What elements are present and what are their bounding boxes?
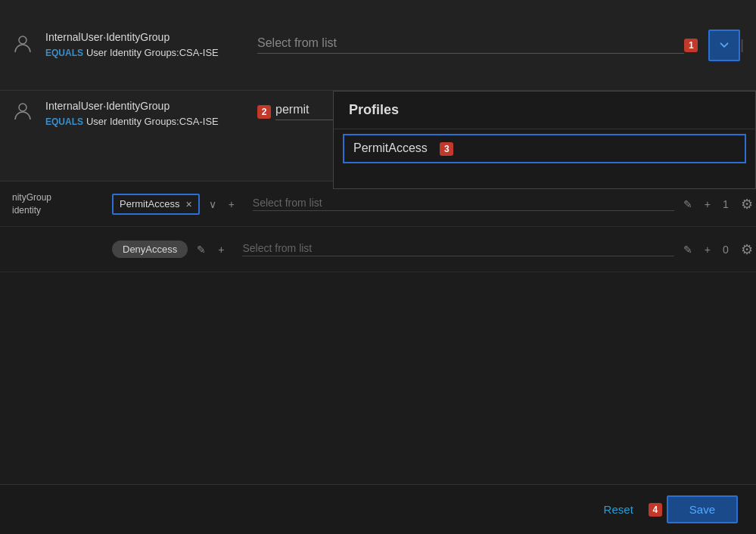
rows-section: nityGroup identity PermitAccess × ∨ + Se… [0, 182, 756, 484]
left-text-1a: nityGroup [12, 191, 106, 204]
select-list-right-2: Select from list ✎ + 0 ⚙ [242, 238, 756, 261]
dropdown-button-1[interactable] [708, 29, 740, 61]
main-container: InternalUser·IdentityGroup EQUALS User I… [0, 0, 756, 534]
plus-btn-1[interactable]: + [226, 195, 238, 213]
select-list-text-1[interactable]: Select from list [253, 197, 674, 211]
row-1: InternalUser·IdentityGroup EQUALS User I… [0, 0, 756, 91]
step-badge-3: 3 [440, 142, 453, 156]
pencil-btn-1[interactable]: ✎ [680, 195, 695, 213]
user-icon-2 [12, 100, 33, 126]
plus-btn-right-1[interactable]: + [702, 195, 714, 213]
select-list-right-1: Select from list ✎ + 1 ⚙ [253, 193, 756, 216]
data-row-left-2 [6, 244, 112, 256]
dropdown-header: Profiles [334, 92, 755, 129]
row-2: InternalUser·IdentityGroup EQUALS User I… [0, 91, 756, 182]
equals-label-1: EQUALS [45, 48, 83, 58]
identity-group-name-2: InternalUser·IdentityGroup [45, 100, 242, 112]
plus-btn-2[interactable]: + [215, 241, 227, 259]
minus-separator-1: | [740, 37, 744, 53]
deny-tag-label: DenyAccess [123, 244, 177, 255]
identity-info-2: InternalUser·IdentityGroup EQUALS User I… [45, 100, 242, 129]
plus-btn-right-2[interactable]: + [702, 241, 714, 259]
equals-label-2: EQUALS [45, 116, 83, 127]
permit-access-label: PermitAccess [353, 141, 428, 154]
pencil-btn-2[interactable]: ✎ [194, 241, 209, 259]
select-area-1: Select from list 1 | [257, 29, 744, 61]
gear-btn-1[interactable]: ⚙ [738, 193, 756, 216]
save-btn-wrapper: 4 Save [649, 495, 738, 523]
pencil-btn-right-2[interactable]: ✎ [680, 241, 695, 259]
identity-groups-1: User Identity Groups:CSA-ISE [86, 47, 219, 58]
permit-tag-1: PermitAccess × [112, 194, 200, 215]
step-badge-2: 2 [257, 105, 271, 119]
deny-tag: DenyAccess [112, 241, 188, 258]
save-button[interactable]: Save [667, 495, 738, 523]
permit-tag-close-1[interactable]: × [185, 198, 191, 210]
permit-tag-label-1: PermitAccess [120, 198, 179, 210]
dropdown-panel: Profiles PermitAccess 3 [333, 91, 756, 189]
dropdown-item-permit-access[interactable]: PermitAccess 3 [343, 134, 746, 163]
footer: Reset 4 Save [0, 484, 756, 534]
chevron-down-btn-1[interactable]: ∨ [206, 195, 219, 213]
svg-point-1 [19, 104, 26, 111]
step-badge-4: 4 [649, 503, 662, 517]
data-row-2: DenyAccess ✎ + Select from list ✎ + 0 ⚙ [0, 227, 756, 272]
reset-button[interactable]: Reset [604, 503, 633, 516]
identity-info-1: InternalUser·IdentityGroup EQUALS User I… [45, 31, 242, 60]
identity-group-name-1: InternalUser·IdentityGroup [45, 31, 242, 43]
identity-groups-2: User Identity Groups:CSA-ISE [86, 116, 219, 127]
select-list-text-2[interactable]: Select from list [242, 242, 674, 256]
count-badge-1: 1 [720, 198, 732, 210]
left-text-1b: identity [12, 204, 106, 217]
step-badge-1: 1 [684, 39, 698, 52]
data-row-left-1: nityGroup identity [6, 185, 112, 223]
svg-point-0 [19, 36, 26, 44]
gear-btn-2[interactable]: ⚙ [738, 238, 756, 261]
search-area-2: 2 ∧ + Profiles PermitAccess 3 [257, 100, 744, 123]
row-controls-2: ✎ + [194, 241, 227, 259]
select-from-list-1[interactable]: Select from list [257, 36, 684, 54]
count-badge-2: 0 [720, 244, 732, 256]
right-controls-1: ✎ + 1 ⚙ [680, 193, 756, 216]
user-icon-1 [12, 33, 33, 58]
row-controls-1: ∨ + [206, 195, 238, 213]
right-controls-2: ✎ + 0 ⚙ [680, 238, 756, 261]
